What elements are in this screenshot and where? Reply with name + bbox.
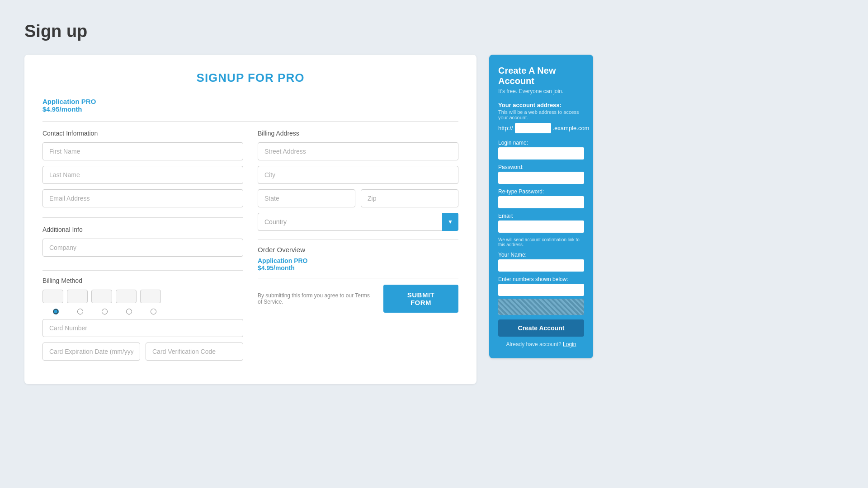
radio-card-4[interactable] — [118, 309, 139, 314]
billing-address-label: Billing Address — [258, 130, 458, 137]
order-app: Application PRO — [258, 257, 458, 264]
card-icon-4 — [116, 290, 137, 303]
zip-input[interactable] — [361, 189, 458, 207]
create-account-panel: Create A New Account It's free. Everyone… — [489, 55, 593, 358]
card-radio-row — [42, 309, 243, 314]
radio-card-5[interactable] — [143, 309, 164, 314]
email-label: Email: — [498, 213, 584, 219]
order-divider — [258, 278, 458, 278]
card-cvv-input[interactable] — [146, 343, 243, 361]
terms-text: By submitting this form you agree to our… — [258, 292, 375, 305]
signup-form-card: SIGNUP FOR PRO Application PRO $4.95/mon… — [24, 55, 476, 384]
country-select[interactable]: Country — [258, 213, 458, 231]
email-input[interactable] — [42, 189, 243, 207]
email-note: We will send account confirmation link t… — [498, 237, 584, 247]
first-name-input[interactable] — [42, 142, 243, 160]
captcha-image — [498, 299, 584, 315]
city-input[interactable] — [258, 166, 458, 184]
panel-email-input[interactable] — [498, 221, 584, 233]
app-label: Application PRO — [42, 98, 96, 105]
billing-method-section: Billing Method — [42, 270, 243, 366]
panel-subtitle: It's free. Everyone can join. — [498, 88, 584, 94]
name-input[interactable] — [498, 259, 584, 272]
name-label: Your Name: — [498, 252, 584, 258]
login-link[interactable]: Login — [563, 341, 576, 347]
radio-card-2[interactable] — [70, 309, 90, 314]
submit-button[interactable]: SUBMIT FORM — [383, 285, 458, 313]
retype-password-input[interactable] — [498, 196, 584, 208]
card-icons-row — [42, 290, 243, 303]
password-input[interactable] — [498, 172, 584, 184]
page-title: Sign up — [0, 0, 868, 55]
app-price: $4.95/month — [42, 105, 96, 113]
url-row: http:// .example.com — [498, 123, 584, 133]
card-expiry-input[interactable] — [42, 343, 140, 361]
radio-card-1[interactable] — [45, 309, 66, 314]
card-icon-2 — [67, 290, 88, 303]
state-input[interactable] — [258, 189, 355, 207]
card-icon-5 — [140, 290, 161, 303]
card-icon-1 — [42, 290, 63, 303]
contact-section-label: Contact Information — [42, 130, 243, 137]
url-input[interactable] — [515, 123, 551, 133]
url-suffix: .example.com — [553, 125, 590, 131]
panel-footer: Already have account? Login — [498, 341, 584, 347]
account-address-desc: This will be a web address to access you… — [498, 109, 584, 120]
order-price: $4.95/month — [258, 264, 458, 272]
top-divider — [42, 121, 458, 122]
app-plan: PRO — [81, 98, 96, 105]
last-name-input[interactable] — [42, 166, 243, 184]
form-top-info: Application PRO $4.95/month — [42, 98, 458, 113]
app-label-text: Application — [42, 98, 80, 105]
billing-method-label: Billing Method — [42, 277, 243, 284]
url-prefix: http:// — [498, 125, 513, 131]
retype-password-label: Re-type Password: — [498, 188, 584, 195]
additional-section-label: Additional Info — [42, 226, 243, 233]
captcha-input[interactable] — [498, 284, 584, 296]
captcha-label: Enter numbers shown below: — [498, 276, 584, 282]
street-input[interactable] — [258, 142, 458, 160]
country-wrapper: Country — [258, 213, 458, 231]
order-overview: Order Overview Application PRO $4.95/mon… — [258, 239, 458, 313]
account-address-label: Your account address: — [498, 102, 584, 108]
radio-card-3[interactable] — [94, 309, 115, 314]
right-column: Billing Address Country Order Overview — [258, 130, 458, 366]
login-input[interactable] — [498, 147, 584, 160]
left-column: Contact Information Additional Info Bill… — [42, 130, 243, 366]
card-exp-row — [42, 343, 243, 366]
footer-text: Already have account? — [506, 341, 561, 347]
order-overview-title: Order Overview — [258, 246, 458, 253]
company-input[interactable] — [42, 239, 243, 257]
form-title: SIGNUP FOR PRO — [42, 71, 458, 85]
password-label: Password: — [498, 164, 584, 170]
submit-row: By submitting this form you agree to our… — [258, 285, 458, 313]
create-account-button[interactable]: Create Account — [498, 319, 584, 337]
state-zip-row — [258, 189, 458, 213]
login-label: Login name: — [498, 140, 584, 146]
card-number-input[interactable] — [42, 319, 243, 337]
contact-divider — [42, 217, 243, 218]
card-icon-3 — [91, 290, 112, 303]
panel-title: Create A New Account — [498, 66, 584, 86]
